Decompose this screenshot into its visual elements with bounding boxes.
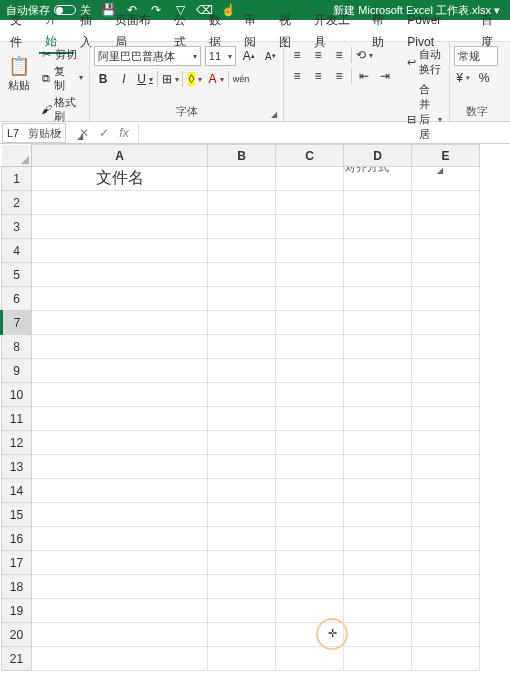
row-header-18[interactable]: 18	[2, 575, 32, 599]
increase-font-button[interactable]: A▴	[240, 47, 257, 65]
cell-D8[interactable]	[344, 335, 412, 359]
ruby-button[interactable]: wén	[232, 70, 250, 88]
cell-D16[interactable]	[344, 527, 412, 551]
column-header-E[interactable]: E	[412, 145, 480, 167]
percent-button[interactable]: %	[475, 69, 493, 87]
cell-C15[interactable]	[276, 503, 344, 527]
cell-A20[interactable]	[32, 623, 208, 647]
cell-D6[interactable]	[344, 287, 412, 311]
cell-E21[interactable]	[412, 647, 480, 671]
cell-A18[interactable]	[32, 575, 208, 599]
spreadsheet-grid[interactable]: ABCDE 1文件名234567891011121314151617181920…	[0, 144, 510, 671]
cell-A14[interactable]	[32, 479, 208, 503]
cell-E20[interactable]	[412, 623, 480, 647]
increase-indent-button[interactable]: ⇥	[376, 67, 394, 85]
cell-D20[interactable]	[344, 623, 412, 647]
cell-D18[interactable]	[344, 575, 412, 599]
cell-E6[interactable]	[412, 287, 480, 311]
cell-C1[interactable]	[276, 167, 344, 191]
row-header-20[interactable]: 20	[2, 623, 32, 647]
cell-A21[interactable]	[32, 647, 208, 671]
cell-A13[interactable]	[32, 455, 208, 479]
cell-A6[interactable]	[32, 287, 208, 311]
cell-E17[interactable]	[412, 551, 480, 575]
cell-B16[interactable]	[208, 527, 276, 551]
cell-B17[interactable]	[208, 551, 276, 575]
cell-A3[interactable]	[32, 215, 208, 239]
font-size-select[interactable]: 11▾	[205, 46, 236, 66]
cell-C21[interactable]	[276, 647, 344, 671]
cell-B8[interactable]	[208, 335, 276, 359]
bold-button[interactable]: B	[94, 70, 112, 88]
cell-A17[interactable]	[32, 551, 208, 575]
cell-D13[interactable]	[344, 455, 412, 479]
cell-B9[interactable]	[208, 359, 276, 383]
select-all-corner[interactable]	[2, 145, 32, 167]
copy-button[interactable]: ⧉复制▾	[39, 63, 85, 93]
cell-C12[interactable]	[276, 431, 344, 455]
cell-A11[interactable]	[32, 407, 208, 431]
align-left-button[interactable]: ≡	[288, 67, 306, 85]
wrap-text-button[interactable]: ↩自动换行	[404, 46, 445, 78]
cell-D19[interactable]	[344, 599, 412, 623]
cell-C9[interactable]	[276, 359, 344, 383]
column-header-A[interactable]: A	[32, 145, 208, 167]
row-header-1[interactable]: 1	[2, 167, 32, 191]
cell-A12[interactable]	[32, 431, 208, 455]
cell-C11[interactable]	[276, 407, 344, 431]
cell-C18[interactable]	[276, 575, 344, 599]
decrease-indent-button[interactable]: ⇤	[355, 67, 373, 85]
cell-D17[interactable]	[344, 551, 412, 575]
cell-C13[interactable]	[276, 455, 344, 479]
cell-E7[interactable]	[412, 311, 480, 335]
fx-button[interactable]: fx	[114, 123, 134, 143]
formula-input[interactable]	[138, 123, 510, 143]
cell-E18[interactable]	[412, 575, 480, 599]
cell-C14[interactable]	[276, 479, 344, 503]
cell-A15[interactable]	[32, 503, 208, 527]
fill-color-button[interactable]: ◊▾	[186, 70, 204, 88]
cell-A16[interactable]	[32, 527, 208, 551]
toggle-switch[interactable]	[54, 5, 76, 15]
cell-C6[interactable]	[276, 287, 344, 311]
cell-C19[interactable]	[276, 599, 344, 623]
row-header-17[interactable]: 17	[2, 551, 32, 575]
cell-D10[interactable]	[344, 383, 412, 407]
cell-E1[interactable]	[412, 167, 480, 191]
cell-A8[interactable]	[32, 335, 208, 359]
align-top-button[interactable]: ≡	[288, 46, 306, 64]
cell-A19[interactable]	[32, 599, 208, 623]
cell-B13[interactable]	[208, 455, 276, 479]
cell-E8[interactable]	[412, 335, 480, 359]
cell-E13[interactable]	[412, 455, 480, 479]
row-header-5[interactable]: 5	[2, 263, 32, 287]
font-color-button[interactable]: A▾	[207, 70, 225, 88]
cell-E19[interactable]	[412, 599, 480, 623]
cell-E4[interactable]	[412, 239, 480, 263]
cell-B21[interactable]	[208, 647, 276, 671]
cell-D11[interactable]	[344, 407, 412, 431]
cell-D12[interactable]	[344, 431, 412, 455]
cell-D4[interactable]	[344, 239, 412, 263]
cell-C10[interactable]	[276, 383, 344, 407]
currency-button[interactable]: ¥▾	[454, 69, 472, 87]
cell-D3[interactable]	[344, 215, 412, 239]
cell-B20[interactable]	[208, 623, 276, 647]
cell-E12[interactable]	[412, 431, 480, 455]
orientation-button[interactable]: ⟲▾	[355, 46, 373, 64]
underline-button[interactable]: U▾	[136, 70, 154, 88]
row-header-10[interactable]: 10	[2, 383, 32, 407]
cell-B6[interactable]	[208, 287, 276, 311]
cell-E16[interactable]	[412, 527, 480, 551]
cell-B2[interactable]	[208, 191, 276, 215]
decrease-font-button[interactable]: A▾	[262, 47, 279, 65]
cell-B18[interactable]	[208, 575, 276, 599]
cell-C5[interactable]	[276, 263, 344, 287]
dialog-launcher-icon[interactable]: ◢	[77, 132, 83, 141]
column-header-C[interactable]: C	[276, 145, 344, 167]
cell-E2[interactable]	[412, 191, 480, 215]
font-name-select[interactable]: 阿里巴巴普惠体▾	[94, 46, 201, 66]
cell-D5[interactable]	[344, 263, 412, 287]
cell-C4[interactable]	[276, 239, 344, 263]
row-header-15[interactable]: 15	[2, 503, 32, 527]
